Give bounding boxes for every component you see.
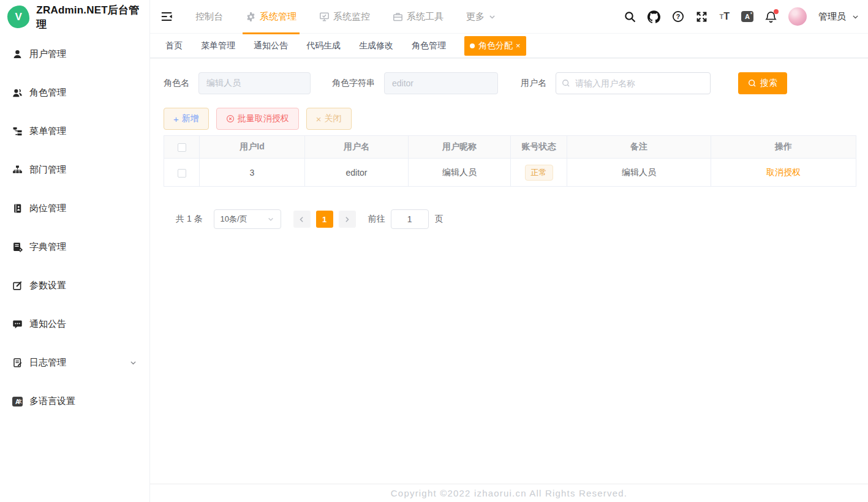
sidebar-menu: 用户管理 角色管理 菜单管理 部门管理 岗位管理 xyxy=(0,34,149,421)
sitemap-icon xyxy=(12,165,23,175)
tab-menu-mgmt[interactable]: 菜单管理 xyxy=(201,40,235,51)
search-button[interactable]: 搜索 xyxy=(738,72,787,94)
user-icon xyxy=(12,49,23,59)
app-logo-row[interactable]: V ZRAdmin.NET后台管理 xyxy=(0,0,149,34)
role-name-input xyxy=(198,72,311,94)
chevron-right-icon xyxy=(343,215,351,223)
sidebar-item-label: 多语言设置 xyxy=(29,395,75,407)
user-name-input-wrap xyxy=(556,72,711,94)
font-size-icon[interactable]: TT xyxy=(719,11,730,22)
sidebar-collapse-icon[interactable] xyxy=(160,10,173,23)
nav-item-system-mgmt[interactable]: 系统管理 xyxy=(246,0,296,34)
sidebar-item-label: 岗位管理 xyxy=(29,203,66,214)
goto-label: 前往 xyxy=(368,214,385,225)
tab-gen-edit[interactable]: 生成修改 xyxy=(359,40,393,51)
sidebar-item-notice[interactable]: 通知公告 xyxy=(0,305,149,343)
sidebar-item-label: 参数设置 xyxy=(29,280,66,291)
users-icon xyxy=(12,88,23,98)
fullscreen-icon[interactable] xyxy=(696,11,708,23)
avatar[interactable] xyxy=(788,7,807,26)
tab-role-mgmt[interactable]: 角色管理 xyxy=(412,40,446,51)
tab-role-assign-active[interactable]: 角色分配 × xyxy=(464,36,526,56)
nav-item-label: 更多 xyxy=(466,11,485,23)
translate-icon[interactable]: Aˣ xyxy=(741,11,753,22)
cell-user-name: editor xyxy=(305,159,409,187)
tab-notice[interactable]: 通知公告 xyxy=(254,40,288,51)
sidebar-item-language-settings[interactable]: A文 多语言设置 xyxy=(0,382,149,421)
dictionary-icon xyxy=(12,242,23,252)
table-row: 3 editor 编辑人员 正常 编辑人员 取消授权 xyxy=(164,159,856,187)
copyright-text: Copyright ©2022 izhaorui.cn All Rights R… xyxy=(391,488,627,498)
sidebar-item-param-settings[interactable]: 参数设置 xyxy=(0,266,149,305)
sidebar: V ZRAdmin.NET后台管理 用户管理 角色管理 菜单管理 xyxy=(0,0,150,502)
row-checkbox[interactable] xyxy=(178,169,186,178)
sidebar-item-dict-mgmt[interactable]: 字典管理 xyxy=(0,228,149,266)
close-button[interactable]: × 关闭 xyxy=(306,108,352,130)
search-icon[interactable] xyxy=(624,11,636,23)
status-badge: 正常 xyxy=(525,165,553,181)
navbar-tools: ? TT Aˣ 管理员 xyxy=(624,7,868,26)
notification-dot xyxy=(774,9,779,14)
tab-active-dot xyxy=(470,43,475,48)
user-menu[interactable]: 管理员 xyxy=(818,11,859,23)
sidebar-item-menu-mgmt[interactable]: 菜单管理 xyxy=(0,112,149,151)
cancel-circle-icon xyxy=(226,114,235,123)
nav-item-more[interactable]: 更多 xyxy=(466,0,496,34)
nav-item-system-tools[interactable]: 系统工具 xyxy=(393,0,443,34)
menu-tree-icon xyxy=(12,126,23,137)
sidebar-item-role-mgmt[interactable]: 角色管理 xyxy=(0,73,149,112)
pagination: 共 1 条 10条/页 1 前往 页 xyxy=(176,209,856,229)
tab-label: 角色分配 xyxy=(478,40,513,51)
select-all-checkbox[interactable] xyxy=(178,143,186,152)
add-button-label: 新增 xyxy=(182,113,199,124)
nav-item-label: 控制台 xyxy=(195,11,223,23)
batch-revoke-button[interactable]: 批量取消授权 xyxy=(216,108,299,130)
tab-home[interactable]: 首页 xyxy=(165,40,183,51)
cell-user-id: 3 xyxy=(200,159,305,187)
header-remark: 备注 xyxy=(567,136,711,159)
header-nickname: 用户昵称 xyxy=(409,136,511,159)
app-logo: V xyxy=(7,6,29,28)
sidebar-item-log-mgmt[interactable]: 日志管理 xyxy=(0,343,149,382)
role-key-input xyxy=(384,72,498,94)
search-icon xyxy=(562,79,570,88)
goto-page-input[interactable] xyxy=(391,209,429,229)
pagination-total: 共 1 条 xyxy=(176,214,203,225)
goto-suffix: 页 xyxy=(435,214,443,225)
revoke-auth-link[interactable]: 取消授权 xyxy=(766,167,801,177)
username-label: 管理员 xyxy=(818,11,846,23)
log-icon xyxy=(12,358,23,368)
sidebar-item-label: 通知公告 xyxy=(29,318,66,330)
role-name-label: 角色名 xyxy=(164,78,189,89)
plus-icon: + xyxy=(173,114,179,124)
sidebar-item-post-mgmt[interactable]: 岗位管理 xyxy=(0,189,149,228)
cell-actions: 取消授权 xyxy=(711,159,856,187)
search-icon xyxy=(748,79,757,88)
sidebar-item-user-mgmt[interactable]: 用户管理 xyxy=(0,35,149,73)
sidebar-item-dept-mgmt[interactable]: 部门管理 xyxy=(0,151,149,189)
next-page-button[interactable] xyxy=(339,211,356,228)
user-name-input[interactable] xyxy=(556,72,711,94)
sidebar-item-label: 字典管理 xyxy=(29,241,66,253)
add-button[interactable]: + 新增 xyxy=(164,108,209,130)
page-size-select[interactable]: 10条/页 xyxy=(214,209,281,229)
prev-page-button[interactable] xyxy=(293,211,311,228)
gear-icon xyxy=(246,12,256,22)
current-page-button[interactable]: 1 xyxy=(316,211,333,228)
header-status: 账号状态 xyxy=(511,136,567,159)
chevron-down-icon xyxy=(129,359,137,367)
page-size-value: 10条/页 xyxy=(221,214,247,225)
tab-bar: 首页 菜单管理 通知公告 代码生成 生成修改 角色管理 角色分配 × xyxy=(150,34,868,58)
help-icon[interactable]: ? xyxy=(672,10,684,23)
tab-close-icon[interactable]: × xyxy=(516,42,521,50)
sidebar-item-label: 角色管理 xyxy=(29,87,66,99)
app-title: ZRAdmin.NET后台管理 xyxy=(36,3,142,31)
chevron-left-icon xyxy=(298,215,306,223)
nav-item-system-monitor[interactable]: 系统监控 xyxy=(319,0,370,34)
close-button-label: 关闭 xyxy=(325,113,342,124)
nav-item-console[interactable]: 控制台 xyxy=(195,0,223,34)
role-key-label: 角色字符串 xyxy=(332,78,375,89)
github-icon[interactable] xyxy=(647,10,660,23)
tab-code-gen[interactable]: 代码生成 xyxy=(306,40,341,51)
notification-bell-icon[interactable] xyxy=(765,11,777,23)
